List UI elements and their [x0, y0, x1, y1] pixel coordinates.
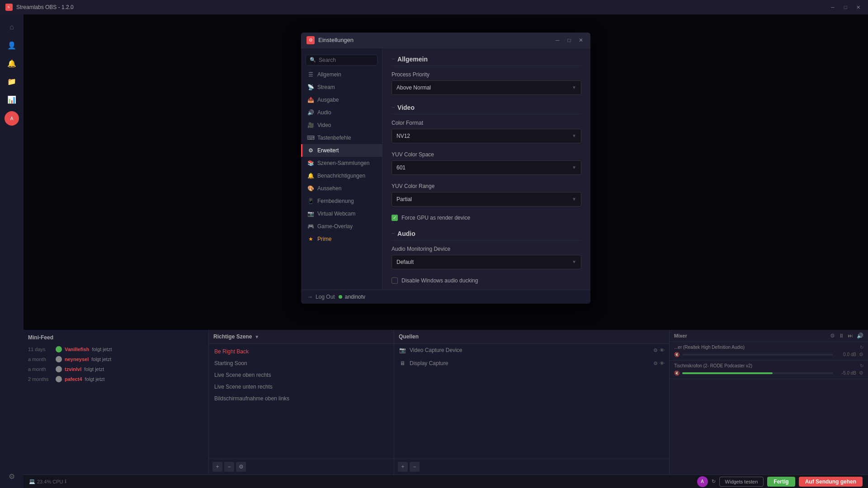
scene-add-button[interactable]: +	[212, 462, 222, 472]
nav-item-allgemein[interactable]: ☰ Allgemein	[301, 68, 382, 81]
nav-item-gameoverlay[interactable]: 🎮 Game-Overlay	[301, 220, 382, 233]
force-gpu-checkbox[interactable]: ✓	[392, 215, 398, 221]
sidebar-user-icon[interactable]: 👤	[4, 37, 20, 53]
widgets-button[interactable]: Widgets testen	[719, 477, 764, 487]
nav-item-ausgabe[interactable]: 📤 Ausgabe	[301, 94, 382, 106]
titlebar: S Streamlabs OBS - 1.2.0 ─ □ ✕	[0, 0, 868, 14]
modal-close-button[interactable]: ✕	[577, 36, 585, 44]
video-header: ─ Video	[392, 104, 581, 114]
yuv-color-range-select[interactable]: Partial ▼	[392, 192, 581, 206]
mini-feed-title: Mini-Feed	[28, 334, 204, 341]
source-visibility-1[interactable]: 👁	[660, 361, 665, 366]
nav-item-szenen[interactable]: 📚 Szenen-Sammlungen	[301, 157, 382, 169]
nav-item-fernbedienung[interactable]: 📱 Fernbedienung	[301, 195, 382, 207]
logout-button[interactable]: → Log Out	[307, 294, 335, 300]
audio-track-2-row: Tischmikrofon (2- RODE Podcaster v2) ↻	[674, 363, 863, 368]
search-box[interactable]: 🔍	[306, 55, 377, 66]
sidebar-avatar[interactable]: A	[5, 111, 19, 126]
source-visibility-0[interactable]: 👁	[660, 347, 665, 353]
audio-header: ─ Audio	[392, 230, 581, 240]
scene-dropdown-arrow[interactable]: ▼	[255, 334, 259, 339]
status-bar: 💻 23.4% CPU ℹ A ↻ Widgets testen Fertig …	[24, 474, 868, 488]
color-format-select[interactable]: NV12 ▼	[392, 129, 581, 143]
color-format-group: Color Format NV12 ▼	[392, 120, 581, 143]
audio-track-2-label: Tischmikrofon (2- RODE Podcaster v2)	[674, 363, 857, 368]
nav-benachrichtigungen-label: Benachrichtigungen	[317, 173, 365, 179]
feed-item-0: 11 days Vanillefish folgt jetzt	[28, 344, 204, 354]
audio-track-1-row: ...er (Realtek High Definition Audio) ↻	[674, 345, 863, 350]
info-icon[interactable]: ℹ	[65, 479, 66, 484]
disable-ducking-checkbox[interactable]	[392, 277, 398, 284]
scene-item-3[interactable]: Live Scene unten rechts	[209, 381, 394, 393]
allgemein-collapse-icon[interactable]: ─	[392, 56, 395, 61]
nav-stream-label: Stream	[317, 84, 335, 90]
video-collapse-icon[interactable]: ─	[392, 105, 395, 110]
nav-item-audio[interactable]: 🔊 Audio	[301, 106, 382, 119]
maximize-button[interactable]: □	[841, 3, 850, 12]
profile-refresh-icon[interactable]: ↻	[712, 479, 716, 484]
nav-szenen-label: Szenen-Sammlungen	[317, 160, 369, 166]
mixer-skip-icon[interactable]: ⏭	[848, 333, 853, 339]
scene-remove-button[interactable]: −	[224, 462, 234, 472]
mixer-volume-icon[interactable]: 🔊	[857, 333, 863, 339]
source-settings-0[interactable]: ⚙	[653, 347, 658, 353]
audio-track-2-mute[interactable]: 🔇	[674, 371, 679, 375]
scene-item-0[interactable]: Be Right Back	[209, 346, 394, 357]
nav-fernbedienung-label: Fernbedienung	[317, 198, 354, 204]
audio-collapse-icon[interactable]: ─	[392, 231, 395, 236]
modal-title: Einstellungen	[318, 37, 354, 43]
audio-track-1-bar[interactable]	[682, 354, 833, 356]
video-title: Video	[397, 104, 415, 111]
search-input[interactable]	[319, 57, 373, 63]
close-button[interactable]: ✕	[854, 3, 863, 12]
audio-section-settings: ─ Audio Audio Monitoring Device Default …	[392, 230, 581, 284]
audio-track-1-refresh[interactable]: ↻	[860, 345, 863, 350]
audio-track-2-bar[interactable]	[682, 372, 833, 374]
settings-content: ─ Allgemein Process Priority Above Norma…	[382, 48, 590, 290]
nav-item-aussehen[interactable]: 🎨 Aussehen	[301, 182, 382, 195]
sidebar-alert-icon[interactable]: 🔔	[4, 55, 20, 71]
footer-user: andinotv	[339, 294, 365, 300]
audio-track-1-gear[interactable]: ⚙	[859, 352, 863, 357]
process-priority-select[interactable]: Above Normal ▼	[392, 80, 581, 95]
sidebar-settings-icon[interactable]: ⚙	[4, 468, 20, 484]
modal-minimize-button[interactable]: ─	[553, 36, 561, 44]
scene-item-4[interactable]: Bildschirmaufnahme oben links	[209, 393, 394, 404]
scene-item-2[interactable]: Live Scene oben rechts	[209, 369, 394, 381]
modal-maximize-button[interactable]: □	[565, 36, 573, 44]
sidebar-home-icon[interactable]: ⌂	[4, 19, 20, 35]
scene-settings-button[interactable]: ⚙	[236, 462, 246, 472]
mixer-pause-icon[interactable]: ⏸	[839, 333, 844, 339]
audio-title: Audio	[397, 230, 415, 237]
go-live-button[interactable]: Auf Sendung gehen	[799, 477, 863, 487]
feed-username-0: Vanillefish	[65, 347, 89, 352]
source-settings-1[interactable]: ⚙	[653, 361, 658, 366]
yuv-color-space-select[interactable]: 601 ▼	[392, 160, 581, 175]
nav-item-prime[interactable]: ★ Prime	[301, 233, 382, 245]
scene-item-1[interactable]: Starting Soon	[209, 357, 394, 369]
main-layout: ⌂ 👤 🔔 📁 📊 A ⚙ ⚙ Einstellungen ─ □	[0, 14, 868, 488]
monitoring-device-select[interactable]: Default ▼	[392, 255, 581, 269]
nav-item-stream[interactable]: 📡 Stream	[301, 81, 382, 94]
fertig-button[interactable]: Fertig	[767, 477, 795, 487]
sources-header: Quellen	[394, 330, 669, 344]
nav-item-video[interactable]: 🎥 Video	[301, 119, 382, 131]
nav-item-erweitert[interactable]: ⚙ Erweitert	[301, 144, 382, 157]
feed-action-1: folgt jetzt	[91, 357, 111, 362]
source-add-button[interactable]: +	[398, 462, 408, 472]
mixer-filter-icon[interactable]: ⚙	[830, 333, 835, 339]
minimize-button[interactable]: ─	[828, 3, 837, 12]
nav-item-benachrichtigungen[interactable]: 🔔 Benachrichtigungen	[301, 169, 382, 182]
nav-fernbedienung-icon: 📱	[307, 198, 314, 204]
sidebar-chart-icon[interactable]: 📊	[4, 91, 20, 108]
nav-item-virtualwebcam[interactable]: 📷 Virtual Webcam	[301, 207, 382, 220]
audio-track-2-gear[interactable]: ⚙	[859, 370, 863, 376]
scene-controls: + − ⚙	[209, 459, 394, 474]
feed-action-3: folgt jetzt	[85, 376, 105, 382]
audio-track-2-refresh[interactable]: ↻	[860, 363, 863, 368]
audio-track-1-mute[interactable]: 🔇	[674, 352, 679, 357]
nav-item-tastenbefehle[interactable]: ⌨ Tastenbefehle	[301, 131, 382, 144]
sidebar-folder-icon[interactable]: 📁	[4, 73, 20, 89]
source-remove-button[interactable]: −	[410, 462, 420, 472]
feed-action-0: folgt jetzt	[92, 347, 112, 352]
